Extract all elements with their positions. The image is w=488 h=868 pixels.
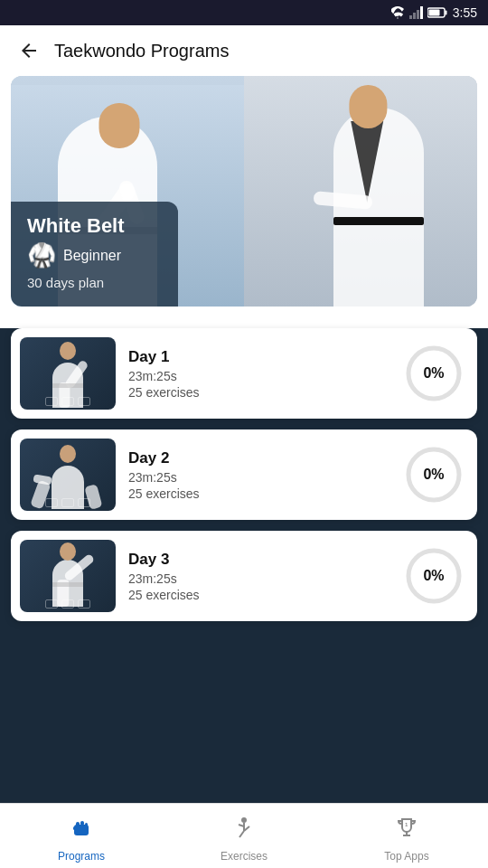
day-1-title: Day 1 bbox=[128, 348, 390, 366]
hero-level: Beginner bbox=[63, 248, 121, 264]
hero-banner: White Belt 🥋 Beginner 30 days plan bbox=[11, 76, 477, 307]
top-apps-label: Top Apps bbox=[384, 850, 428, 863]
day-3-thumbnail bbox=[20, 540, 116, 612]
day-1-duration: 23m:25s bbox=[128, 369, 390, 383]
nav-programs[interactable]: Programs bbox=[0, 804, 163, 868]
top-apps-icon: 1 bbox=[394, 816, 419, 847]
day-2-thumbnail bbox=[20, 439, 116, 511]
day-3-info: Day 3 23m:25s 25 exercises bbox=[128, 551, 390, 602]
back-button[interactable] bbox=[14, 36, 43, 65]
hero-belt-icon: 🥋 bbox=[27, 241, 56, 269]
days-list: Day 1 23m:25s 25 exercises 0% bbox=[0, 328, 488, 693]
day-2-info: Day 2 23m:25s 25 exercises bbox=[128, 449, 390, 501]
svg-rect-14 bbox=[76, 822, 80, 826]
svg-rect-17 bbox=[73, 826, 76, 830]
svg-rect-5 bbox=[445, 11, 446, 15]
page-title: Taekwondo Programs bbox=[54, 41, 474, 61]
svg-point-18 bbox=[241, 817, 247, 823]
day-3-exercises: 25 exercises bbox=[128, 588, 390, 602]
battery-icon bbox=[427, 6, 447, 19]
svg-rect-15 bbox=[80, 821, 84, 826]
day-1-progress: 0% bbox=[403, 343, 465, 404]
exercises-label: Exercises bbox=[221, 850, 267, 863]
hero-plan: 30 days plan bbox=[27, 275, 162, 290]
hero-belt-title: White Belt bbox=[27, 214, 162, 238]
day-2-duration: 23m:25s bbox=[128, 470, 390, 485]
bottom-nav: Programs Exercises 1 bbox=[0, 803, 488, 868]
day-2-title: Day 2 bbox=[128, 449, 390, 467]
header-bar: Taekwondo Programs bbox=[0, 25, 488, 76]
day-3-duration: 23m:25s bbox=[128, 571, 390, 586]
day-1-exercises: 25 exercises bbox=[128, 385, 390, 400]
svg-rect-0 bbox=[409, 15, 412, 19]
nav-exercises[interactable]: Exercises bbox=[163, 804, 325, 868]
svg-text:1: 1 bbox=[405, 822, 408, 827]
day-2-exercises: 25 exercises bbox=[128, 486, 390, 501]
day-1-info: Day 1 23m:25s 25 exercises bbox=[128, 348, 390, 400]
wifi-icon bbox=[389, 6, 406, 19]
day-card-1[interactable]: Day 1 23m:25s 25 exercises 0% bbox=[11, 328, 477, 419]
nav-top-apps[interactable]: 1 Top Apps bbox=[325, 804, 488, 868]
day-2-progress: 0% bbox=[403, 444, 465, 505]
svg-line-20 bbox=[239, 831, 244, 837]
svg-rect-3 bbox=[420, 6, 423, 19]
svg-rect-2 bbox=[417, 10, 419, 19]
programs-label: Programs bbox=[58, 850, 105, 863]
hero-overlay: White Belt 🥋 Beginner 30 days plan bbox=[11, 202, 178, 307]
status-bar: 3:55 bbox=[0, 0, 488, 25]
day-3-progress-label: 0% bbox=[423, 568, 444, 584]
svg-rect-1 bbox=[413, 13, 416, 19]
day-2-progress-label: 0% bbox=[423, 467, 444, 483]
day-3-title: Day 3 bbox=[128, 551, 390, 569]
signal-icon bbox=[409, 6, 424, 19]
day-3-progress: 0% bbox=[403, 545, 465, 607]
svg-rect-16 bbox=[85, 823, 88, 826]
day-1-thumbnail bbox=[20, 337, 116, 410]
status-time: 3:55 bbox=[453, 5, 477, 20]
svg-rect-6 bbox=[428, 10, 439, 16]
programs-icon bbox=[69, 816, 94, 847]
exercises-icon bbox=[231, 816, 257, 847]
day-card-2[interactable]: Day 2 23m:25s 25 exercises 0% bbox=[11, 429, 477, 520]
day-1-progress-label: 0% bbox=[423, 365, 444, 382]
day-card-3[interactable]: Day 3 23m:25s 25 exercises 0% bbox=[11, 531, 477, 621]
